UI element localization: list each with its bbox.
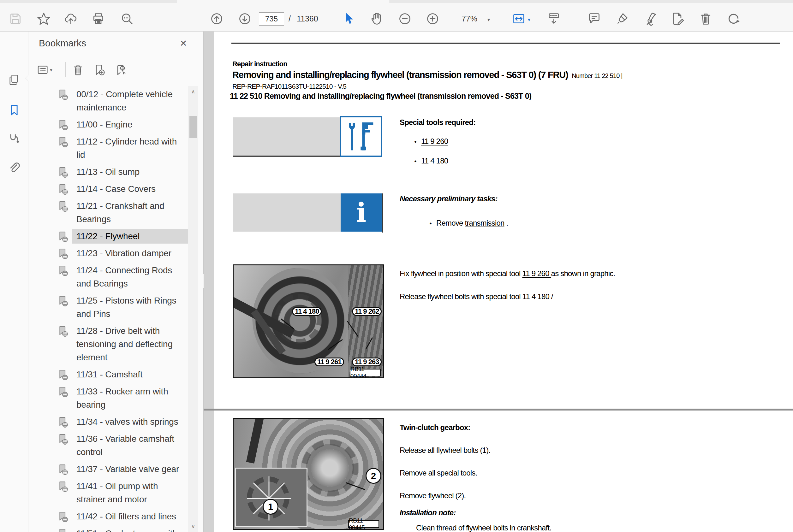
star-button[interactable]: [35, 10, 52, 27]
previous-page-button[interactable]: [208, 10, 225, 27]
bookmark-web-icon: [57, 230, 69, 243]
doc-subtitle: 11 22 510 Removing and installing/replac…: [230, 92, 531, 101]
bookmark-web-icon: [57, 511, 69, 523]
rotate-pages-button[interactable]: [724, 10, 742, 27]
keyboard-down-icon: [547, 12, 561, 26]
page-pencil-icon: [671, 12, 685, 26]
hub-art: [311, 449, 349, 487]
bookmark-item[interactable]: 11/21 - Crankshaft and Bearings: [72, 199, 188, 227]
select-tool-button[interactable]: [340, 10, 358, 27]
chevron-down-icon[interactable]: ▾: [487, 17, 490, 23]
bookmark-row: 11/22 - Flywheel: [29, 229, 188, 244]
cloud-upload-button[interactable]: [62, 10, 79, 27]
goto-bookmark-button[interactable]: [112, 61, 129, 79]
next-page-button[interactable]: [236, 10, 254, 27]
transmission-link[interactable]: transmission: [465, 218, 504, 227]
rotate-icon: [726, 12, 741, 26]
close-panel-button[interactable]: ✕: [176, 36, 191, 51]
info-pictogram: i: [340, 193, 382, 232]
bookmark-options-button[interactable]: ▾: [36, 61, 53, 79]
star-icon: [37, 12, 51, 26]
bookmark-item[interactable]: 11/36 - Variable camshaft control: [72, 432, 188, 459]
comment-button[interactable]: [585, 10, 603, 27]
find-button[interactable]: [118, 10, 136, 27]
chevron-down-icon[interactable]: ▾: [528, 17, 530, 23]
tool-plain: 11 4 180: [421, 156, 448, 165]
bookmark-row: 11/25 - Pistons with Rings and Pins: [29, 293, 188, 321]
edit-pages-button[interactable]: [669, 10, 687, 27]
scroll-down-button[interactable]: ∨: [188, 521, 198, 532]
active-document-tab[interactable]: [177, 0, 390, 3]
bookmark-item[interactable]: 11/28 - Drive belt with tensioning and d…: [72, 324, 188, 365]
bookmark-web-icon: [57, 264, 69, 277]
bookmark-item[interactable]: 11/37 - Variable valve gear: [72, 462, 183, 476]
scrollbar-thumb[interactable]: [189, 116, 197, 138]
sign-button[interactable]: [641, 10, 659, 27]
bookmark-item[interactable]: 11/34 - valves with springs: [72, 415, 182, 429]
tool-link[interactable]: 11 9 260: [522, 269, 551, 278]
zoom-level-select[interactable]: 77%: [449, 14, 477, 23]
callout-circle: 2: [366, 468, 381, 484]
zoom-in-button[interactable]: [424, 10, 441, 27]
print-button[interactable]: [89, 10, 107, 27]
delete-pages-button[interactable]: [697, 10, 714, 27]
navigation-rail: [0, 32, 29, 532]
bolts-inset: 1: [235, 468, 308, 527]
bookmark-item[interactable]: 11/12 - Cylinder head with lid: [72, 134, 188, 162]
zoom-out-button[interactable]: [396, 10, 413, 27]
bookmark-item[interactable]: 11/00 - Engine: [72, 117, 136, 132]
bookmark-web-icon: [57, 463, 69, 476]
tools-pictogram: [340, 116, 382, 157]
highlight-button[interactable]: [613, 10, 631, 27]
hide-toolbar-button[interactable]: [545, 10, 563, 27]
bookmark-item[interactable]: 11/42 - Oil filters and lines: [72, 509, 180, 524]
bookmark-row: 11/13 - Oil sump: [29, 165, 188, 179]
image-edge: [382, 193, 383, 232]
fix-instruction: Fix flywheel in position with special to…: [400, 269, 700, 278]
save-icon: [8, 12, 22, 26]
bookmark-item[interactable]: 11/31 - Camshaft: [72, 367, 146, 382]
bookmark-item[interactable]: 11/25 - Pistons with Rings and Pins: [72, 293, 188, 321]
bookmark-item-selected[interactable]: 11/22 - Flywheel: [72, 229, 188, 244]
bookmark-item[interactable]: 00/12 - Complete vehicle maintenance: [72, 87, 188, 115]
save-button[interactable]: [6, 10, 24, 27]
install-note-text: Clean thread of flywheel bolts in cranks…: [416, 524, 551, 532]
doc-title-note: Number 11 22 510 |: [572, 72, 623, 79]
delete-bookmark-button[interactable]: [70, 61, 87, 79]
document-viewport[interactable]: Repair instruction Removing and installi…: [204, 32, 793, 532]
scroll-up-button[interactable]: ∧: [188, 86, 198, 97]
bookmark-item[interactable]: 11/24 - Connecting Rods and Bearings: [72, 263, 188, 291]
bookmark-row: 11/12 - Cylinder head with lid: [29, 134, 188, 162]
chevron-down-icon: ▾: [50, 67, 52, 73]
bookmark-icon: [8, 104, 20, 116]
bullet-icon: ●: [429, 221, 432, 226]
divider: [32, 56, 193, 56]
bookmark-scrollbar[interactable]: ∧ ∨: [188, 86, 198, 532]
bookmark-item[interactable]: 11/51 - Coolant pump with: [72, 526, 181, 532]
bookmarks-panel-button[interactable]: [6, 101, 23, 119]
bookmark-item[interactable]: 11/41 - Oil pump with strainer and motor: [72, 479, 188, 507]
bookmark-item[interactable]: 11/33 - Rocker arm with bearing: [72, 384, 188, 412]
bullet-icon: ●: [414, 139, 417, 144]
fit-width-button[interactable]: [510, 10, 528, 27]
bookmark-item[interactable]: 11/23 - Vibration damper: [72, 246, 175, 261]
cursor-icon: [342, 12, 356, 26]
destinations-button[interactable]: [6, 130, 23, 147]
hand-tool-button[interactable]: [368, 10, 386, 27]
pen-nib-icon: [643, 12, 657, 26]
bookmark-web-icon: [57, 480, 69, 493]
attachments-button[interactable]: [6, 160, 23, 177]
callout-pill: 11 4 180: [292, 307, 322, 316]
trash-icon: [72, 64, 84, 76]
tool-link[interactable]: 11 9 260: [421, 137, 448, 146]
new-bookmark-button[interactable]: [91, 61, 108, 79]
document-tab-strip: [0, 0, 793, 3]
bookmark-item[interactable]: 11/13 - Oil sump: [72, 165, 143, 179]
bookmark-web-icon: [57, 325, 69, 338]
page-number-input[interactable]: [259, 12, 284, 25]
page-thumbnails-button[interactable]: [6, 72, 23, 89]
divider: [32, 83, 193, 83]
search-icon: [120, 12, 134, 26]
preliminary-step: Remove transmission .: [436, 218, 508, 228]
bookmark-item[interactable]: 11/14 - Case Covers: [72, 182, 160, 196]
